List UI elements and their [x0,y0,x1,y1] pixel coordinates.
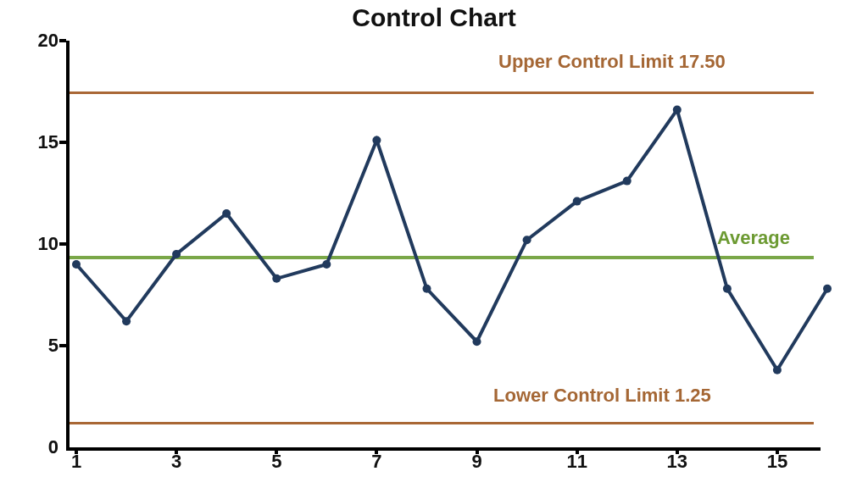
y-tick-10: 10 [38,233,58,255]
svg-point-2 [172,250,181,258]
svg-point-10 [573,197,581,206]
svg-point-0 [72,260,81,269]
data-series [66,41,817,447]
svg-point-14 [773,366,782,374]
y-tick-mark [59,242,66,246]
svg-point-11 [623,177,632,186]
x-tick-mark [175,447,178,454]
x-tick-mark [75,447,78,454]
svg-point-7 [423,285,431,293]
chart-title: Control Chart [0,3,868,32]
y-tick-mark [59,39,66,42]
x-tick-mark [576,447,579,454]
svg-point-3 [222,209,231,218]
svg-point-13 [723,285,732,293]
y-tick-0: 0 [48,436,58,458]
control-chart: Control Chart 0 5 10 15 20 1 3 5 7 9 11 … [0,0,868,488]
svg-point-5 [322,260,331,269]
svg-point-6 [372,136,381,145]
x-tick-mark [375,447,378,454]
y-tick-mark [59,141,66,144]
svg-point-9 [523,236,531,244]
svg-point-4 [272,274,281,283]
x-tick-mark [676,447,679,454]
svg-point-1 [122,317,131,325]
svg-point-12 [673,106,682,114]
svg-point-15 [823,285,832,293]
x-tick-mark [776,447,779,454]
x-tick-mark [275,447,278,454]
x-tick-mark [476,447,479,454]
y-tick-5: 5 [48,335,58,357]
y-tick-20: 20 [38,30,58,52]
svg-point-8 [473,337,481,346]
y-tick-15: 15 [38,131,58,153]
y-tick-mark [59,344,66,347]
